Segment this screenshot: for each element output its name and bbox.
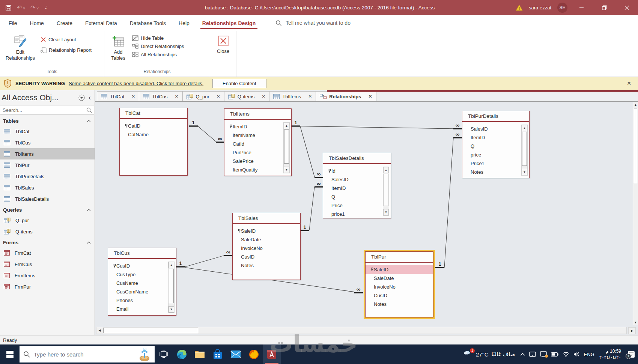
close-tab-icon[interactable]: ✕: [308, 94, 312, 99]
diagram-table-tblcat[interactable]: TblCatCatIDCatName: [119, 108, 188, 176]
file-explorer-icon[interactable]: [191, 344, 209, 364]
diagram-table-tblcus[interactable]: TblCusCusIDCusTypeCusNameCusComNamePhone…: [108, 248, 176, 316]
enable-content-button[interactable]: Enable Content: [212, 79, 266, 88]
table-field-saledate[interactable]: SaleDate: [366, 274, 433, 283]
table-scrollbar[interactable]: ▲▼: [283, 122, 290, 173]
scroll-right-icon[interactable]: ▶: [628, 327, 636, 334]
tablet-mode-icon[interactable]: [529, 351, 536, 357]
avatar[interactable]: SE: [557, 3, 567, 13]
diagram-table-tblitems[interactable]: TblItemsItemIDItemNameCatIdPurPriceSaleP…: [224, 108, 292, 176]
ribbon-tab-help[interactable]: Help: [172, 17, 196, 29]
table-field-id[interactable]: Id: [323, 167, 391, 175]
table-field-price[interactable]: price: [462, 150, 529, 159]
shutter-bar-icon[interactable]: ‹: [89, 93, 91, 102]
sidebar-section-tables[interactable]: Tables: [0, 116, 95, 126]
sidebar-item-tblcat[interactable]: TblCat: [0, 126, 95, 137]
language-indicator[interactable]: ENG: [584, 352, 594, 357]
task-view-icon[interactable]: [155, 344, 173, 364]
chevron-up-icon[interactable]: [87, 209, 91, 211]
scroll-down-icon[interactable]: ▼: [169, 306, 174, 313]
table-field-custype[interactable]: CusType: [108, 270, 176, 279]
document-tab-relationships[interactable]: Relationships✕: [316, 91, 376, 101]
nav-search-input[interactable]: [3, 107, 86, 113]
security-warning-link[interactable]: Some active content has been disabled. C…: [69, 81, 203, 86]
direct-relationships-button[interactable]: Direct Relationships: [132, 44, 184, 49]
close-tab-icon[interactable]: ✕: [369, 94, 372, 99]
edit-relationships-button[interactable]: Edit Relationships: [4, 33, 37, 62]
close-tab-icon[interactable]: ✕: [131, 94, 135, 99]
hide-table-button[interactable]: Hide Table: [132, 35, 184, 41]
table-scrollbar[interactable]: ▲▼: [521, 125, 528, 176]
table-field-cusid[interactable]: CusID: [108, 262, 176, 270]
sidebar-item-frmitems[interactable]: FrmItems: [0, 270, 95, 281]
nav-menu-icon[interactable]: [78, 95, 85, 101]
document-tab-tblcus[interactable]: TblCus✕: [139, 91, 182, 101]
table-field-cusid[interactable]: CusID: [233, 253, 300, 261]
diagram-table-tblsales[interactable]: TblSalesSaleIDSaleDateInvoiceNoCusIDNote…: [232, 213, 301, 280]
sidebar-item-tblitems[interactable]: TblItems: [0, 148, 95, 159]
table-field-itemid[interactable]: ItemID: [323, 184, 391, 193]
sidebar-section-queries[interactable]: Queries: [0, 205, 95, 215]
sidebar-item-tblpurdetails[interactable]: TblPurDetails: [0, 171, 95, 182]
scroll-down-icon[interactable]: ▼: [383, 209, 389, 215]
user-name[interactable]: sara ezzat: [529, 5, 551, 11]
volume-icon[interactable]: [573, 352, 580, 357]
scroll-up-icon[interactable]: ▲: [284, 123, 289, 129]
table-field-price[interactable]: Price: [323, 201, 391, 210]
customize-qat-icon[interactable]: ⌄̄: [44, 5, 47, 10]
chevron-up-icon[interactable]: [520, 353, 525, 356]
chevron-up-icon[interactable]: [87, 120, 91, 122]
close-window-button[interactable]: [618, 0, 635, 15]
document-tab-q-items[interactable]: Q-items✕: [224, 91, 270, 101]
ribbon-tab-file[interactable]: File: [2, 17, 24, 29]
action-center-icon[interactable]: 1: [627, 351, 635, 358]
table-field-price1[interactable]: price1: [323, 210, 391, 218]
taskbar-search-input[interactable]: [34, 351, 134, 358]
scroll-up-icon[interactable]: ▲: [633, 102, 638, 108]
add-tables-button[interactable]: Add Tables: [108, 33, 128, 62]
clear-layout-button[interactable]: Clear Layout: [41, 37, 92, 42]
start-button[interactable]: [0, 344, 20, 364]
sidebar-item-tblsalesdetails[interactable]: TblSalesDetails: [0, 193, 95, 205]
document-tab-tblitems[interactable]: TblItems✕: [269, 91, 316, 101]
table-scrollbar[interactable]: ▲▼: [383, 167, 389, 216]
sidebar-item-tblsales[interactable]: TblSales: [0, 182, 95, 193]
clock[interactable]: 10:59 م ٢٠٢٤/٠٤/٢٠: [599, 348, 621, 360]
table-field-salesid[interactable]: SalesID: [323, 175, 391, 184]
diagram-table-tblpur[interactable]: TblPurSaleIDSaleDateInvoiceNoCusIDNotes: [365, 251, 433, 317]
weather-widget[interactable]: 1 27°C صاف غالبًا: [463, 350, 515, 359]
ribbon-tab-database-tools[interactable]: Database Tools: [123, 17, 172, 29]
scroll-left-icon[interactable]: ◀: [96, 327, 103, 334]
close-tab-icon[interactable]: ✕: [175, 94, 179, 99]
table-field-itemquatity[interactable]: ItemQuatity: [224, 165, 291, 174]
mail-icon[interactable]: [227, 344, 245, 364]
nav-search-box[interactable]: [0, 105, 94, 115]
table-field-notes[interactable]: Notes: [462, 168, 529, 176]
table-field-salesid[interactable]: SalesID: [462, 125, 529, 133]
document-tab-q_pur[interactable]: Q_pur✕: [182, 91, 224, 101]
table-field-saleid[interactable]: SaleID: [366, 265, 433, 274]
table-field-catid[interactable]: CatId: [224, 140, 291, 148]
table-field-invoiceno[interactable]: InvoiceNo: [233, 244, 300, 253]
restore-button[interactable]: [596, 0, 612, 15]
horizontal-scroll-thumb[interactable]: [103, 328, 198, 333]
sidebar-section-forms[interactable]: Forms: [0, 237, 95, 247]
close-tab-icon[interactable]: ✕: [262, 94, 265, 99]
scroll-down-icon[interactable]: ▼: [284, 167, 289, 173]
ribbon-tab-relationships-design[interactable]: Relationships Design: [196, 17, 262, 29]
cast-icon[interactable]: [540, 351, 547, 357]
battery-icon[interactable]: [551, 352, 558, 356]
ribbon-tab-create[interactable]: Create: [50, 17, 79, 29]
table-scrollbar[interactable]: ▲▼: [168, 262, 175, 313]
minimize-button[interactable]: [573, 0, 590, 15]
scroll-thumb[interactable]: [522, 132, 527, 166]
access-icon[interactable]: [263, 344, 281, 364]
table-field-q[interactable]: Q: [323, 193, 391, 201]
warning-icon[interactable]: [516, 5, 523, 11]
wifi-icon[interactable]: [563, 352, 569, 357]
scroll-down-icon[interactable]: ▼: [633, 319, 638, 325]
chevron-up-icon[interactable]: [87, 241, 91, 244]
tell-me-box[interactable]: Tell me what you want to do: [275, 20, 351, 26]
vertical-scroll-thumb[interactable]: [634, 108, 637, 183]
table-field-invoiceno[interactable]: InvoiceNo: [366, 283, 433, 291]
